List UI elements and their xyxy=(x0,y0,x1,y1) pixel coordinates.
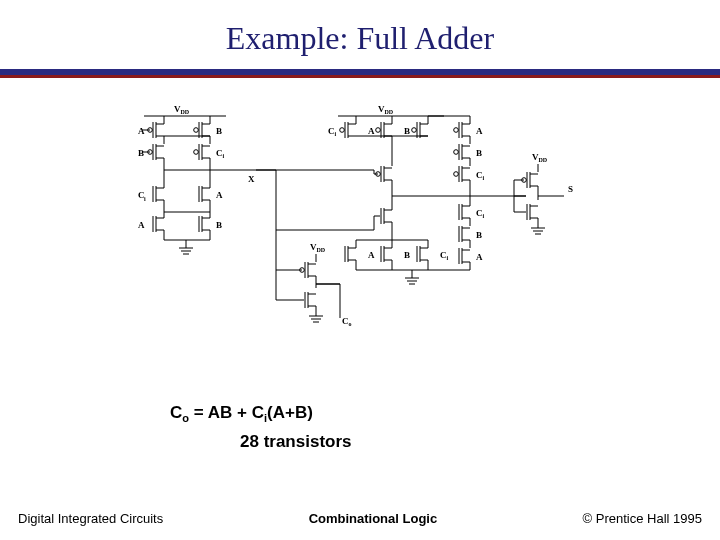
circuit-svg: VDD A B B Ci X Ci A xyxy=(116,100,606,360)
footer-left: Digital Integrated Circuits xyxy=(18,511,163,526)
svg-text:A: A xyxy=(138,220,145,230)
accent-rule xyxy=(0,69,720,75)
svg-text:VDD: VDD xyxy=(310,242,326,253)
svg-text:B: B xyxy=(216,220,222,230)
carry-equation: Co = AB + Ci(A+B) xyxy=(170,403,313,424)
svg-text:A: A xyxy=(476,252,483,262)
lbl-vdd1: VDD xyxy=(174,104,190,115)
svg-text:Ci: Ci xyxy=(476,208,485,219)
slide-title: Example: Full Adder xyxy=(0,20,720,57)
svg-text:B: B xyxy=(404,250,410,260)
footer-right: © Prentice Hall 1995 xyxy=(583,511,702,526)
svg-text:A: A xyxy=(368,126,375,136)
lbl-s: S xyxy=(568,184,573,194)
lbl-b2: B xyxy=(138,148,144,158)
svg-text:B: B xyxy=(476,230,482,240)
lbl-a: A xyxy=(138,126,145,136)
svg-text:Ci: Ci xyxy=(328,126,337,137)
footer-center: Combinational Logic xyxy=(309,511,438,526)
svg-text:VDD: VDD xyxy=(378,104,394,115)
svg-text:B: B xyxy=(404,126,410,136)
svg-text:Ci: Ci xyxy=(440,250,449,261)
transistor-count: 28 transistors xyxy=(240,432,352,452)
slide-footer: Digital Integrated Circuits Combinationa… xyxy=(0,511,720,526)
svg-text:A: A xyxy=(476,126,483,136)
lbl-x: X xyxy=(248,174,255,184)
svg-text:i: i xyxy=(144,196,146,202)
svg-text:B: B xyxy=(476,148,482,158)
lbl-b: B xyxy=(216,126,222,136)
lbl-ci: Ci xyxy=(216,148,225,159)
svg-text:VDD: VDD xyxy=(532,152,548,163)
lbl-co-out: Co xyxy=(342,316,352,327)
svg-text:A: A xyxy=(216,190,223,200)
svg-text:Ci: Ci xyxy=(476,170,485,181)
svg-text:A: A xyxy=(368,250,375,260)
circuit-diagram: VDD A B B Ci X Ci A xyxy=(116,100,606,360)
